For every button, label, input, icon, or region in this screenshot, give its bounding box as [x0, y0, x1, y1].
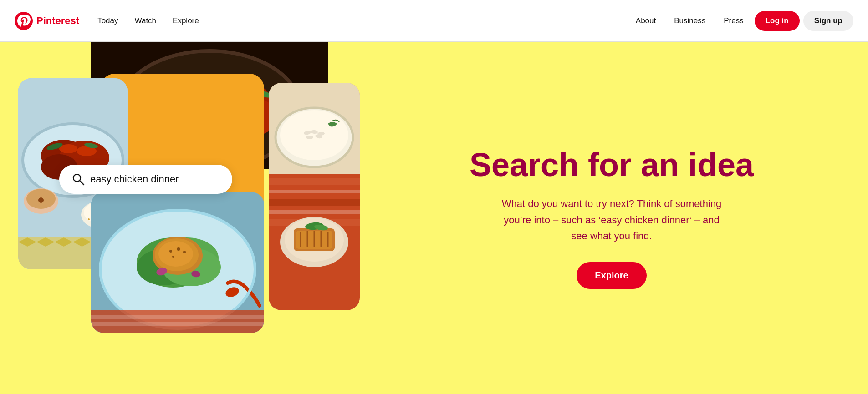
svg-rect-73: [269, 210, 360, 214]
logo-text: Pinterest: [36, 15, 79, 27]
hero-section: easy chicken dinner: [0, 42, 868, 394]
nav-today[interactable]: Today: [90, 13, 125, 29]
hero-title: Search for an idea: [470, 147, 754, 183]
svg-point-52: [172, 256, 174, 258]
hero-subtitle: What do you want to try next? Think of s…: [498, 196, 725, 244]
svg-point-50: [177, 247, 180, 251]
nav-left: Today Watch Explore: [90, 13, 206, 29]
svg-rect-58: [91, 315, 264, 319]
svg-rect-71: [269, 190, 360, 193]
svg-point-62: [280, 110, 348, 160]
nav-about[interactable]: About: [628, 13, 663, 29]
logo-link[interactable]: Pinterest: [15, 12, 79, 30]
signup-button[interactable]: Sign up: [803, 11, 853, 31]
pinterest-logo-icon: [15, 12, 33, 30]
nav-watch[interactable]: Watch: [128, 13, 164, 29]
hero-text-area: Search for an idea What do you want to t…: [355, 42, 868, 394]
center-food-image: [91, 192, 264, 333]
svg-point-51: [183, 251, 186, 253]
navbar: Pinterest Today Watch Explore About Busi…: [0, 0, 868, 42]
search-text: easy chicken dinner: [90, 173, 179, 185]
nav-explore[interactable]: Explore: [165, 13, 206, 29]
nav-right: About Business Press Log in Sign up: [628, 11, 853, 31]
search-icon: [72, 173, 85, 186]
nav-press[interactable]: Press: [716, 13, 751, 29]
explore-button[interactable]: Explore: [577, 262, 646, 289]
svg-rect-72: [269, 199, 360, 206]
nav-business[interactable]: Business: [667, 13, 713, 29]
svg-point-49: [169, 250, 172, 253]
svg-rect-59: [91, 322, 264, 326]
svg-line-38: [80, 181, 84, 185]
login-button[interactable]: Log in: [755, 11, 800, 31]
center-food-svg: [91, 192, 264, 333]
svg-point-66: [306, 136, 313, 139]
search-bar-overlay[interactable]: easy chicken dinner: [59, 165, 232, 194]
collage-area: easy chicken dinner: [0, 42, 355, 394]
right-food-svg: [269, 83, 360, 310]
svg-point-28: [38, 197, 44, 203]
svg-rect-70: [269, 178, 360, 185]
svg-point-31: [88, 218, 90, 220]
right-food-panel: [269, 83, 360, 310]
svg-point-48: [158, 241, 193, 267]
